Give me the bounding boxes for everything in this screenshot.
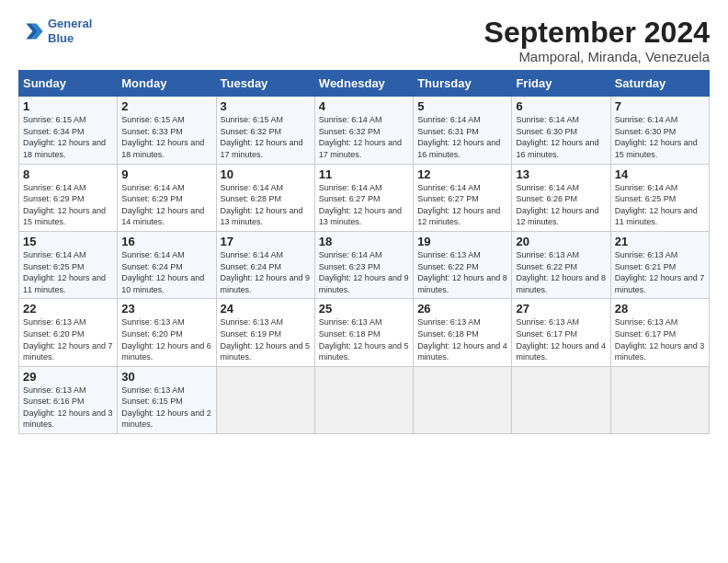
calendar-cell: 10Sunrise: 6:14 AMSunset: 6:28 PMDayligh…	[216, 164, 314, 231]
sunset-text: Sunset: 6:27 PM	[417, 194, 479, 203]
day-number: 4	[319, 99, 409, 113]
day-number: 15	[23, 235, 113, 248]
sunset-text: Sunset: 6:33 PM	[121, 127, 183, 136]
day-number: 9	[121, 167, 211, 181]
calendar-cell	[610, 366, 709, 433]
sunrise-text: Sunrise: 6:14 AM	[516, 183, 579, 192]
day-number: 12	[417, 167, 507, 181]
calendar-cell: 14Sunrise: 6:14 AMSunset: 6:25 PMDayligh…	[610, 164, 709, 231]
calendar-week-row: 15Sunrise: 6:14 AMSunset: 6:25 PMDayligh…	[19, 231, 710, 298]
sunrise-text: Sunrise: 6:13 AM	[121, 317, 185, 327]
daylight-text: Daylight: 12 hours and 9 minutes.	[221, 273, 311, 294]
day-number: 6	[516, 99, 606, 113]
day-info: Sunrise: 6:13 AMSunset: 6:16 PMDaylight:…	[23, 385, 113, 431]
day-number: 25	[319, 302, 409, 316]
calendar-table: SundayMondayTuesdayWednesdayThursdayFrid…	[18, 70, 710, 434]
sunrise-text: Sunrise: 6:14 AM	[23, 183, 86, 192]
day-info: Sunrise: 6:13 AMSunset: 6:22 PMDaylight:…	[516, 249, 606, 295]
sunset-text: Sunset: 6:17 PM	[516, 329, 577, 339]
day-info: Sunrise: 6:13 AMSunset: 6:22 PMDaylight:…	[417, 249, 507, 295]
daylight-text: Daylight: 12 hours and 12 minutes.	[417, 206, 500, 227]
sunset-text: Sunset: 6:31 PM	[417, 127, 479, 136]
sunrise-text: Sunrise: 6:13 AM	[417, 250, 481, 259]
sunrise-text: Sunrise: 6:13 AM	[221, 317, 284, 327]
subtitle: Mamporal, Miranda, Venezuela	[484, 49, 710, 64]
day-info: Sunrise: 6:14 AMSunset: 6:24 PMDaylight:…	[121, 249, 211, 295]
daylight-text: Daylight: 12 hours and 11 minutes.	[23, 273, 106, 294]
daylight-text: Daylight: 12 hours and 15 minutes.	[23, 206, 106, 227]
daylight-text: Daylight: 12 hours and 13 minutes.	[221, 206, 303, 227]
sunrise-text: Sunrise: 6:14 AM	[23, 250, 86, 259]
day-info: Sunrise: 6:13 AMSunset: 6:15 PMDaylight:…	[121, 385, 211, 431]
day-number: 21	[615, 235, 705, 248]
day-info: Sunrise: 6:13 AMSunset: 6:20 PMDaylight:…	[23, 316, 113, 362]
sunset-text: Sunset: 6:24 PM	[221, 262, 282, 271]
day-number: 22	[23, 302, 113, 316]
calendar-cell: 2Sunrise: 6:15 AMSunset: 6:33 PMDaylight…	[118, 97, 216, 164]
sunrise-text: Sunrise: 6:14 AM	[615, 115, 678, 124]
day-info: Sunrise: 6:14 AMSunset: 6:27 PMDaylight:…	[319, 182, 409, 228]
day-number: 2	[121, 99, 211, 113]
day-number: 17	[221, 235, 311, 248]
title-block: September 2024 Mamporal, Miranda, Venezu…	[484, 17, 710, 64]
calendar-cell: 15Sunrise: 6:14 AMSunset: 6:25 PMDayligh…	[19, 231, 118, 298]
calendar-cell: 22Sunrise: 6:13 AMSunset: 6:20 PMDayligh…	[19, 299, 118, 366]
day-info: Sunrise: 6:13 AMSunset: 6:17 PMDaylight:…	[516, 316, 606, 362]
sunset-text: Sunset: 6:16 PM	[23, 396, 85, 406]
sunset-text: Sunset: 6:29 PM	[23, 194, 85, 203]
sunrise-text: Sunrise: 6:13 AM	[23, 317, 86, 327]
daylight-text: Daylight: 12 hours and 14 minutes.	[121, 206, 204, 227]
day-number: 18	[319, 235, 409, 248]
header-day-wednesday: Wednesday	[314, 71, 413, 97]
sunset-text: Sunset: 6:24 PM	[121, 262, 183, 271]
sunrise-text: Sunrise: 6:14 AM	[319, 183, 382, 192]
daylight-text: Daylight: 12 hours and 17 minutes.	[221, 138, 303, 159]
day-number: 23	[121, 302, 211, 316]
daylight-text: Daylight: 12 hours and 7 minutes.	[23, 341, 113, 362]
day-info: Sunrise: 6:13 AMSunset: 6:19 PMDaylight:…	[221, 316, 311, 362]
daylight-text: Daylight: 12 hours and 3 minutes.	[23, 408, 113, 430]
day-info: Sunrise: 6:14 AMSunset: 6:32 PMDaylight:…	[319, 114, 409, 160]
calendar-cell: 18Sunrise: 6:14 AMSunset: 6:23 PMDayligh…	[314, 231, 413, 298]
calendar-cell	[512, 366, 610, 433]
day-number: 10	[221, 167, 311, 181]
day-number: 8	[23, 167, 113, 181]
daylight-text: Daylight: 12 hours and 10 minutes.	[121, 273, 204, 294]
sunset-text: Sunset: 6:22 PM	[417, 262, 479, 271]
daylight-text: Daylight: 12 hours and 16 minutes.	[417, 138, 500, 159]
calendar-cell: 7Sunrise: 6:14 AMSunset: 6:30 PMDaylight…	[610, 97, 709, 164]
day-info: Sunrise: 6:13 AMSunset: 6:18 PMDaylight:…	[319, 316, 409, 362]
calendar-cell: 21Sunrise: 6:13 AMSunset: 6:21 PMDayligh…	[610, 231, 709, 298]
daylight-text: Daylight: 12 hours and 17 minutes.	[319, 138, 402, 159]
day-number: 29	[23, 370, 113, 384]
sunrise-text: Sunrise: 6:14 AM	[221, 250, 284, 259]
day-number: 13	[516, 167, 606, 181]
sunrise-text: Sunrise: 6:14 AM	[516, 115, 579, 124]
day-number: 19	[417, 235, 507, 248]
sunset-text: Sunset: 6:17 PM	[615, 329, 677, 339]
calendar-cell: 13Sunrise: 6:14 AMSunset: 6:26 PMDayligh…	[512, 164, 610, 231]
calendar-cell	[216, 366, 314, 433]
sunrise-text: Sunrise: 6:13 AM	[319, 317, 382, 327]
logo: General Blue	[18, 17, 92, 45]
calendar-cell: 28Sunrise: 6:13 AMSunset: 6:17 PMDayligh…	[610, 299, 709, 366]
month-title: September 2024	[484, 17, 710, 49]
calendar-cell: 4Sunrise: 6:14 AMSunset: 6:32 PMDaylight…	[314, 97, 413, 164]
sunset-text: Sunset: 6:30 PM	[516, 127, 577, 136]
daylight-text: Daylight: 12 hours and 13 minutes.	[319, 206, 402, 227]
sunset-text: Sunset: 6:15 PM	[121, 396, 183, 406]
calendar-week-row: 1Sunrise: 6:15 AMSunset: 6:34 PMDaylight…	[19, 97, 710, 164]
calendar-cell: 17Sunrise: 6:14 AMSunset: 6:24 PMDayligh…	[216, 231, 314, 298]
day-info: Sunrise: 6:14 AMSunset: 6:31 PMDaylight:…	[417, 114, 507, 160]
daylight-text: Daylight: 12 hours and 18 minutes.	[23, 138, 106, 159]
daylight-text: Daylight: 12 hours and 12 minutes.	[516, 206, 598, 227]
sunset-text: Sunset: 6:32 PM	[319, 127, 381, 136]
daylight-text: Daylight: 12 hours and 11 minutes.	[615, 206, 698, 227]
sunset-text: Sunset: 6:22 PM	[516, 262, 577, 271]
page: General Blue September 2024 Mamporal, Mi…	[0, 0, 728, 443]
day-number: 20	[516, 235, 606, 248]
day-info: Sunrise: 6:14 AMSunset: 6:25 PMDaylight:…	[23, 249, 113, 295]
day-number: 28	[615, 302, 705, 316]
daylight-text: Daylight: 12 hours and 6 minutes.	[121, 341, 211, 362]
calendar-cell: 6Sunrise: 6:14 AMSunset: 6:30 PMDaylight…	[512, 97, 610, 164]
